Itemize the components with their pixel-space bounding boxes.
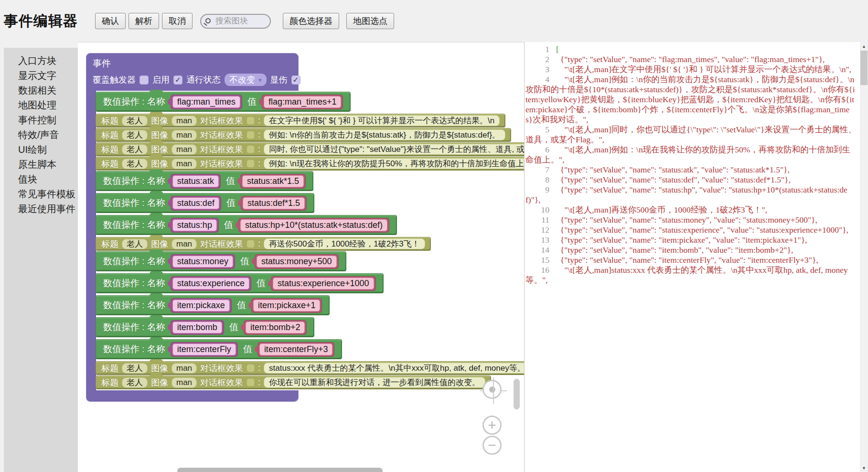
value-field[interactable]: status:atk*1.5 [242, 175, 304, 187]
title-field[interactable]: 老人 [122, 377, 148, 388]
image-field[interactable]: man [171, 239, 197, 249]
value-slot[interactable]: item:pickaxe+1 [251, 298, 322, 313]
scroll-down-icon[interactable]: ▼ [860, 464, 868, 472]
name-slot[interactable]: status:atk [171, 174, 221, 189]
text-field[interactable]: 例如: \n现在我将让你的攻防提升50%，再将攻防和的十倍加到生命值上。 [264, 158, 524, 169]
map-pick-button[interactable]: 地图选点 [346, 13, 394, 29]
show-damage-checkbox[interactable]: ✓ [291, 75, 300, 85]
name-slot[interactable]: status:def [171, 196, 221, 211]
title-field[interactable]: 老人 [122, 363, 148, 374]
image-field[interactable]: man [171, 144, 197, 155]
set-value-block[interactable]: 数值操作 : 名称flag:man_times值flag:man_times+1 [96, 92, 350, 111]
name-field[interactable]: status:hp [172, 219, 217, 231]
value-slot[interactable]: status:def*1.5 [241, 196, 307, 211]
set-value-block[interactable]: 数值操作 : 名称status:money值status:money+500 [96, 252, 346, 271]
text-field[interactable]: 例如: \n你的当前攻击力是${status:atk}，防御力是${status… [264, 129, 505, 140]
scroll-up-icon[interactable]: ▲ [860, 42, 868, 50]
search-input[interactable] [215, 16, 266, 26]
sidebar-item-10[interactable]: 最近使用事件 [4, 202, 78, 216]
name-field[interactable]: item:pickaxe [172, 300, 230, 311]
set-value-block[interactable]: 数值操作 : 名称status:atk值status:atk*1.5 [96, 172, 313, 191]
name-slot[interactable]: item:centerFly [171, 342, 238, 357]
value-slot[interactable]: item:bomb+2 [244, 320, 307, 335]
name-slot[interactable]: status:experience [171, 276, 251, 291]
block-canvas[interactable]: 事件 覆盖触发器 启用 ✓ 通行状态 不改变 ▾ 显伤 ✓ 数值操作 [78, 42, 524, 472]
dialog-effect-checkbox[interactable] [246, 145, 255, 153]
cancel-button[interactable]: 取消 [162, 13, 193, 29]
value-slot[interactable]: status:money+500 [255, 254, 339, 269]
title-field[interactable]: 老人 [122, 239, 148, 249]
zoom-in-button[interactable]: + [482, 416, 502, 435]
text-field[interactable]: 在文字中使用${' ${ '}和 } 可以计算并显示一个表达式的结果。\n [264, 115, 500, 126]
value-field[interactable]: status:experience+1000 [273, 278, 374, 290]
name-slot[interactable]: item:bomb [171, 320, 224, 335]
zoom-reset-button[interactable] [482, 380, 502, 399]
sidebar-item-5[interactable]: 特效/声音 [4, 128, 78, 142]
code-panel[interactable]: 1[2 {"type": "setValue", "name": "flag:m… [524, 42, 868, 472]
sidebar-item-2[interactable]: 数据相关 [4, 83, 78, 98]
image-field[interactable]: man [171, 116, 197, 126]
name-field[interactable]: flag:man_times [172, 96, 240, 108]
image-field[interactable]: man [171, 377, 197, 388]
show-text-block[interactable]: 标题老人图像man对话框效果:status:xxx 代表勇士的某个属性。\n其中… [96, 362, 524, 375]
value-slot[interactable]: flag:man_times+1 [262, 95, 343, 109]
show-text-block[interactable]: 标题老人图像man对话框效果:同时, 你也可以通过{"type": "setVa… [96, 143, 524, 156]
sidebar-item-7[interactable]: 原生脚本 [4, 157, 78, 172]
sidebar-item-0[interactable]: 入口方块 [4, 54, 78, 68]
value-slot[interactable]: status:hp+10*(status:atk+status:def) [238, 218, 389, 233]
text-field[interactable]: 同时, 你也可以通过{"type": "setValue"}来设置一个勇士的属性… [264, 144, 524, 155]
image-field[interactable]: man [171, 159, 197, 169]
value-field[interactable]: flag:man_times+1 [264, 96, 342, 108]
name-slot[interactable]: status:hp [171, 218, 219, 233]
name-slot[interactable]: item:pickaxe [171, 298, 232, 313]
event-block[interactable]: 事件 覆盖触发器 启用 ✓ 通行状态 不改变 ▾ 显伤 ✓ 数值操作 [86, 53, 524, 402]
title-field[interactable]: 老人 [122, 130, 148, 140]
name-field[interactable]: item:bomb [172, 322, 222, 333]
name-field[interactable]: status:money [172, 256, 233, 268]
code-editor[interactable]: 1[2 {"type": "setValue", "name": "flag:m… [525, 44, 857, 472]
set-value-block[interactable]: 数值操作 : 名称item:pickaxe值item:pickaxe+1 [96, 296, 329, 315]
name-slot[interactable]: flag:man_times [171, 95, 242, 109]
name-field[interactable]: item:centerFly [172, 343, 236, 355]
dialog-effect-checkbox[interactable] [246, 240, 255, 248]
value-field[interactable]: item:centerFly+3 [259, 343, 333, 355]
text-field[interactable]: 再送你500金币，1000经验，1破2炸3飞！ [264, 238, 425, 249]
sidebar-item-1[interactable]: 显示文字 [4, 68, 78, 83]
dialog-effect-checkbox[interactable] [246, 378, 255, 386]
code-scrollbar-thumb[interactable] [860, 51, 868, 85]
show-text-block[interactable]: 标题老人图像man对话框效果:你现在可以重新和我进行对话，进一步看到属性值的改变… [96, 376, 491, 389]
pass-state-dropdown[interactable]: 不改变 ▾ [225, 74, 267, 86]
canvas-horizontal-scrollbar[interactable] [177, 468, 383, 472]
name-field[interactable]: status:atk [172, 175, 219, 187]
text-field[interactable]: status:xxx 代表勇士的某个属性。\n其中xxx可取hp, atk, d… [264, 363, 524, 374]
value-field[interactable]: item:pickaxe+1 [253, 300, 321, 311]
block-search-box[interactable] [200, 14, 271, 29]
enable-checkbox[interactable]: ✓ [173, 75, 182, 85]
dialog-effect-checkbox[interactable] [246, 117, 255, 125]
name-slot[interactable]: status:money [171, 254, 235, 269]
canvas-vertical-scrollbar[interactable] [514, 379, 520, 409]
parse-button[interactable]: 解析 [129, 13, 159, 29]
value-slot[interactable]: status:atk*1.5 [240, 174, 306, 189]
value-field[interactable]: status:def*1.5 [243, 197, 305, 209]
title-field[interactable]: 老人 [122, 144, 148, 155]
set-value-block[interactable]: 数值操作 : 名称status:def值status:def*1.5 [96, 193, 314, 213]
set-value-block[interactable]: 数值操作 : 名称item:centerFly值item:centerFly+3 [96, 340, 342, 359]
image-field[interactable]: man [171, 130, 197, 140]
value-slot[interactable]: status:experience+1000 [271, 276, 376, 291]
sidebar-item-6[interactable]: UI绘制 [4, 142, 78, 157]
value-field[interactable]: item:bomb+2 [246, 322, 305, 333]
name-field[interactable]: status:def [172, 197, 219, 209]
title-field[interactable]: 老人 [122, 116, 148, 126]
value-field[interactable]: status:hp+10*(status:atk+status:def) [240, 219, 387, 231]
show-text-block[interactable]: 标题老人图像man对话框效果:例如: \n现在我将让你的攻防提升50%，再将攻防… [96, 157, 524, 170]
text-field[interactable]: 你现在可以重新和我进行对话，进一步看到属性值的改变。 [264, 377, 485, 388]
show-text-block[interactable]: 标题老人图像man对话框效果:在文字中使用${' ${ '}和 } 可以计算并显… [96, 114, 505, 127]
value-field[interactable]: status:money+500 [257, 256, 337, 268]
image-field[interactable]: man [171, 363, 197, 374]
color-picker-button[interactable]: 颜色选择器 [283, 13, 339, 29]
name-field[interactable]: status:experience [172, 278, 249, 290]
set-value-block[interactable]: 数值操作 : 名称status:hp值status:hp+10*(status:… [96, 215, 396, 235]
code-scrollbar[interactable]: ▲ ▼ [860, 42, 868, 472]
confirm-button[interactable]: 确认 [95, 13, 126, 29]
